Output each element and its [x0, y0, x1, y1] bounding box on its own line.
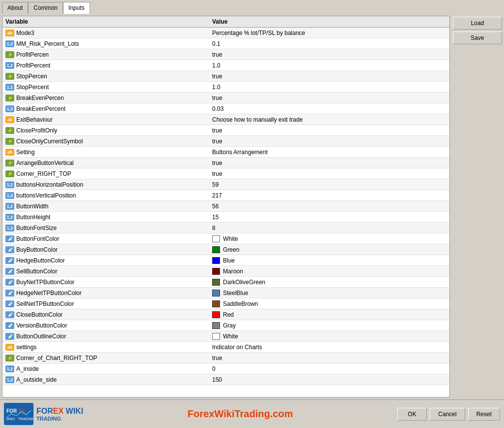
cell-variable: 🖌 BuyButtonColor — [5, 246, 212, 253]
table-header: Variable Value — [2, 16, 449, 28]
tab-about[interactable]: About — [2, 2, 28, 14]
table-body[interactable]: ab Mode3 Percentage % lot/TP/SL by balan… — [2, 28, 449, 397]
load-button[interactable]: Load — [453, 17, 502, 30]
table-row: 🖌 CloseButtonColor Red — [2, 309, 449, 320]
cell-variable: 🖌 ButtonFontColor — [5, 235, 212, 242]
type-badge: 🖌 — [5, 246, 14, 253]
cell-value-container[interactable]: White — [212, 235, 446, 242]
cell-value: 217 — [212, 192, 222, 199]
variable-name: HedgeButtonColor — [16, 257, 65, 264]
variable-name: A_outside_side — [16, 376, 57, 383]
cell-value: White — [223, 235, 238, 242]
color-swatch[interactable] — [212, 300, 220, 307]
type-badge: 1,2 — [5, 192, 14, 199]
cell-variable: 🖌 SellNetTPButtonColor — [5, 300, 212, 307]
tab-common[interactable]: Common — [28, 2, 63, 14]
table-row: 1,2 ProfitPercent 1.0 — [2, 60, 449, 71]
cell-variable: ⚡ Corner_of_Chart_RIGHT_TOP — [5, 355, 212, 362]
cell-value-container: 1.0 — [212, 62, 446, 69]
cell-value-container: 0 — [212, 365, 446, 372]
table-row: 1,2 ButtonFontSize 8 — [2, 223, 449, 233]
table-row: 1,2 BreakEvenPercent 0.03 — [2, 103, 449, 114]
type-badge: ab — [5, 116, 14, 123]
logo-area: FOR EX WIKI TRADING FOREX WIKI TRADING — [4, 403, 83, 425]
cell-variable: 🖌 HedgeNetTPButtonColor — [5, 290, 212, 296]
reset-button[interactable]: Reset — [468, 408, 500, 421]
save-button[interactable]: Save — [453, 32, 502, 44]
color-swatch[interactable] — [212, 333, 220, 340]
cell-value-container[interactable]: DarkOliveGreen — [212, 279, 446, 286]
cell-value: true — [212, 138, 222, 145]
type-badge: 🖌 — [5, 322, 14, 329]
type-badge: ⚡ — [5, 160, 14, 166]
color-swatch[interactable] — [212, 246, 220, 253]
ok-button[interactable]: OK — [397, 408, 427, 421]
type-badge: ⚡ — [5, 95, 14, 101]
cell-variable: ab Setting — [5, 149, 212, 156]
table-panel: Variable Value ab Mode3 Percentage % lot… — [2, 16, 450, 397]
cell-value-container[interactable]: Red — [212, 311, 446, 318]
table-row: 🖌 BuyButtonColor Green — [2, 244, 449, 255]
table-row: 1,2 A_inside 0 — [2, 363, 449, 374]
bottom-buttons: OK Cancel Reset — [397, 408, 500, 421]
type-badge: 1,2 — [5, 203, 14, 210]
cell-value-container[interactable]: SteelBlue — [212, 290, 446, 296]
type-badge: 1,2 — [5, 62, 14, 69]
cell-value-container: 56 — [212, 203, 446, 210]
color-swatch[interactable] — [212, 322, 220, 329]
cell-value-container[interactable]: Maroon — [212, 268, 446, 275]
cell-value-container[interactable]: Green — [212, 246, 446, 253]
cell-value: SteelBlue — [223, 290, 248, 296]
cell-variable: 1,2 A_inside — [5, 365, 212, 372]
variable-name: SellButtonColor — [16, 268, 57, 275]
cell-value-container: 15 — [212, 214, 446, 221]
color-swatch[interactable] — [212, 279, 220, 286]
cell-variable: 1,2 StopPercent — [5, 84, 212, 91]
color-swatch[interactable] — [212, 257, 220, 264]
cell-value-container: Indicator on Charts — [212, 344, 446, 351]
type-badge: 🖌 — [5, 290, 14, 296]
type-badge: ⚡ — [5, 170, 14, 177]
type-badge: 🖌 — [5, 300, 14, 307]
cell-value: 59 — [212, 181, 219, 188]
variable-name: CloseButtonColor — [16, 311, 63, 318]
variable-name: BuyNetTPButtonColor — [16, 279, 74, 286]
cell-variable: ⚡ StopPercen — [5, 73, 212, 80]
cell-variable: 1,2 ButtonFontSize — [5, 225, 212, 231]
color-swatch[interactable] — [212, 235, 220, 242]
type-badge: ab — [5, 344, 14, 351]
cell-variable: ⚡ CloseOnlyCurrentSymbol — [5, 138, 212, 145]
variable-name: HedgeNetTPButtonColor — [16, 290, 82, 296]
type-badge: 1,2 — [5, 40, 14, 47]
variable-name: StopPercent — [16, 84, 49, 91]
type-badge: 🖌 — [5, 257, 14, 264]
cell-value: 15 — [212, 214, 219, 221]
variable-name: BuyButtonColor — [16, 246, 58, 253]
variable-name: Corner_RIGHT_TOP — [16, 170, 71, 177]
table-row: ab settings Indicator on Charts — [2, 342, 449, 353]
cell-value-container: 217 — [212, 192, 446, 199]
cell-value-container[interactable]: White — [212, 333, 446, 340]
header-variable: Variable — [5, 18, 212, 25]
type-badge: 1,2 — [5, 365, 14, 372]
variable-name: A_inside — [16, 365, 39, 372]
cell-variable: 1,2 buttonsVerticalPosition — [5, 192, 212, 199]
cell-value-container[interactable]: Gray — [212, 322, 446, 329]
color-swatch[interactable] — [212, 268, 220, 275]
cell-value-container[interactable]: SaddleBrown — [212, 300, 446, 307]
main-content: Variable Value ab Mode3 Percentage % lot… — [0, 14, 504, 399]
color-swatch[interactable] — [212, 311, 220, 318]
cell-value-container: true — [212, 95, 446, 101]
color-swatch[interactable] — [212, 290, 220, 296]
cell-value-container[interactable]: Blue — [212, 257, 446, 264]
cell-value: White — [223, 333, 238, 340]
table-row: 1,2 StopPercent 1.0 — [2, 82, 449, 93]
cancel-button[interactable]: Cancel — [430, 408, 465, 421]
tab-inputs[interactable]: Inputs — [63, 2, 90, 14]
type-badge: 🖌 — [5, 311, 14, 318]
header-value: Value — [212, 18, 446, 25]
table-row: 1,2 ButtonHeight 15 — [2, 212, 449, 223]
variable-name: settings — [16, 344, 36, 351]
variable-name: VersionButtonColor — [16, 322, 67, 329]
variable-name: CloseOnlyCurrentSymbol — [16, 138, 83, 145]
